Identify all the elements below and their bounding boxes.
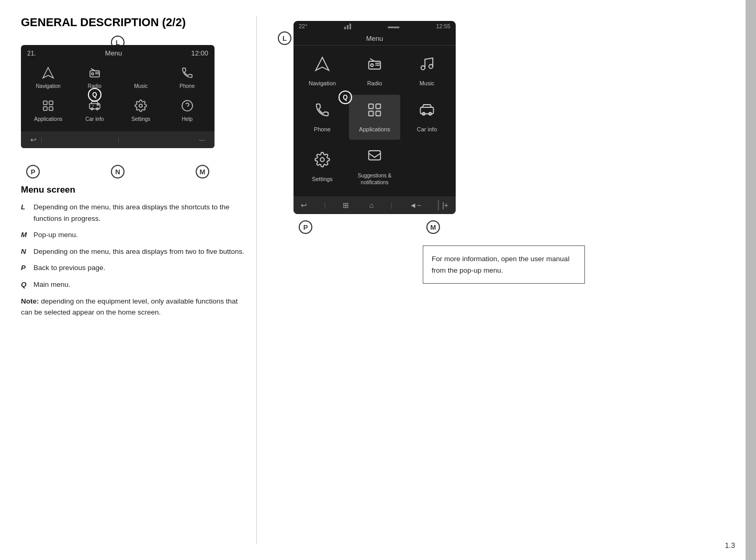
svg-marker-0	[43, 68, 53, 78]
phone-label: Phone	[179, 83, 195, 89]
large-menu-settings[interactable]: Settings	[297, 141, 348, 193]
large-menu-phone[interactable]: Phone Q	[297, 95, 348, 140]
large-home-button[interactable]: ⌂	[366, 200, 377, 210]
large-screen-menu-label: Menu	[366, 35, 383, 42]
phone-label-large: Phone	[314, 126, 331, 132]
annotation-N-small: N	[111, 165, 125, 178]
page-title: GENERAL DESCRIPTION (2/2)	[21, 16, 246, 29]
gray-sidebar	[746, 0, 756, 560]
svg-rect-29	[376, 104, 381, 109]
navigation-icon	[42, 66, 54, 81]
svg-point-26	[421, 66, 425, 70]
small-screen-channel: 21.	[27, 50, 36, 57]
large-back-button[interactable]: ↩	[298, 200, 310, 210]
svg-rect-8	[43, 101, 47, 105]
description-list: L Depending on the menu, this area displ…	[21, 201, 246, 290]
small-screen-header: 21. Menu 12:00	[21, 45, 215, 59]
music-icon	[134, 66, 147, 81]
large-screen-time: 12:55	[436, 23, 450, 29]
small-menu-phone[interactable]: Phone	[165, 62, 210, 93]
carinfo-label-large: Car info	[417, 126, 437, 132]
help-label: Help	[182, 116, 193, 122]
menu-screen-heading: Menu screen	[21, 185, 246, 195]
large-menu-applications[interactable]: Applications	[349, 95, 400, 140]
svg-point-18	[182, 100, 193, 111]
large-screen-menu-bar: Menu	[294, 31, 456, 46]
large-grid-button[interactable]: ⊞	[340, 200, 352, 210]
annotation-M-large: M	[426, 220, 440, 234]
info-box-text: For more information, open the user manu…	[432, 255, 569, 274]
desc-item-Q: Q Main menu.	[21, 279, 246, 290]
desc-value-P: Back to previous page.	[33, 262, 246, 274]
suggestions-icon-large	[367, 148, 382, 167]
large-menu-music[interactable]: Music	[401, 49, 453, 94]
small-more-button[interactable]: ···	[195, 135, 209, 145]
desc-value-N: Depending on the menu, this area display…	[33, 246, 246, 257]
svg-point-17	[139, 104, 142, 107]
small-menu-help[interactable]: Help	[165, 95, 210, 126]
phone-icon	[181, 66, 194, 81]
svg-rect-28	[369, 104, 374, 109]
svg-point-2	[92, 73, 94, 75]
desc-item-L: L Depending on the menu, this area displ…	[21, 201, 246, 224]
small-menu-music[interactable]: Music	[119, 62, 163, 93]
small-menu-navigation[interactable]: Navigation	[26, 62, 71, 93]
svg-rect-30	[369, 111, 374, 116]
menu-screen-description: Menu screen L Depending on the menu, thi…	[21, 185, 246, 318]
annotation-P-small: P	[26, 165, 40, 178]
large-menu-navigation[interactable]: Navigation	[297, 49, 348, 94]
svg-rect-36	[369, 151, 381, 160]
large-vol-up-button[interactable]: |+	[438, 200, 452, 210]
large-menu-radio[interactable]: Radio	[349, 49, 400, 94]
applications-label: Applications	[34, 116, 62, 122]
suggestions-label-large: Suggestions &notifications	[358, 172, 392, 186]
desc-key-L: L	[21, 201, 30, 224]
annotation-L-large: L	[278, 31, 291, 45]
small-screen-time: 12:00	[191, 49, 208, 57]
applications-label-large: Applications	[359, 126, 390, 132]
small-screen-menu-grid: Navigation Radio Music	[21, 59, 215, 131]
svg-marker-20	[316, 58, 329, 71]
small-menu-settings[interactable]: Settings	[119, 95, 163, 126]
large-menu-carinfo[interactable]: Car info	[401, 95, 453, 140]
desc-value-Q: Main menu.	[33, 279, 246, 290]
desc-value-L: Depending on the menu, this area display…	[33, 201, 246, 224]
page-number: 1.3	[725, 541, 735, 550]
music-label: Music	[134, 83, 148, 89]
small-back-button[interactable]: ↩	[26, 135, 41, 145]
radio-icon	[88, 66, 101, 81]
nav-label-large: Navigation	[309, 80, 336, 86]
note-label: Note:	[21, 297, 39, 305]
svg-rect-31	[376, 111, 381, 116]
large-screen-mockup: 22° ▬▬ 12:55 Menu	[294, 21, 456, 214]
desc-key-N: N	[21, 246, 30, 257]
small-screen-mockup: 21. Menu 12:00 Navigation	[21, 45, 215, 148]
annotation-Q-large: Q	[338, 91, 352, 104]
settings-icon	[134, 99, 147, 114]
large-menu-suggestions[interactable]: Suggestions &notifications	[349, 141, 400, 193]
annotation-P-large: P	[299, 220, 312, 234]
large-screen-bottom-bar: ↩ | ⊞ ⌂ | ◄− |+	[294, 196, 456, 214]
svg-rect-10	[43, 107, 47, 110]
desc-item-N: N Depending on the menu, this area displ…	[21, 246, 246, 257]
applications-icon	[42, 99, 54, 114]
applications-icon-large	[367, 102, 382, 121]
music-label-large: Music	[420, 80, 435, 86]
help-icon	[181, 99, 194, 114]
svg-rect-11	[49, 107, 53, 110]
desc-item-M: M Pop-up menu.	[21, 229, 246, 241]
small-screen-bottom-bar: ↩ | | ···	[21, 131, 215, 148]
svg-rect-9	[49, 101, 53, 105]
annotation-M-small: M	[196, 165, 209, 178]
radio-icon-large	[367, 56, 382, 75]
settings-icon-large	[314, 152, 330, 171]
note-box: Note: depending on the equipment level, …	[21, 296, 246, 318]
carinfo-icon	[88, 99, 101, 114]
small-menu-applications[interactable]: Applications Q	[26, 95, 71, 126]
desc-item-P: P Back to previous page.	[21, 262, 246, 274]
settings-label-large: Settings	[312, 176, 333, 182]
large-vol-down-button[interactable]: ◄−	[407, 200, 424, 210]
svg-point-22	[371, 64, 374, 66]
right-column: L 22° ▬▬ 12:55 Menu	[256, 16, 735, 544]
desc-key-Q: Q	[21, 279, 30, 290]
